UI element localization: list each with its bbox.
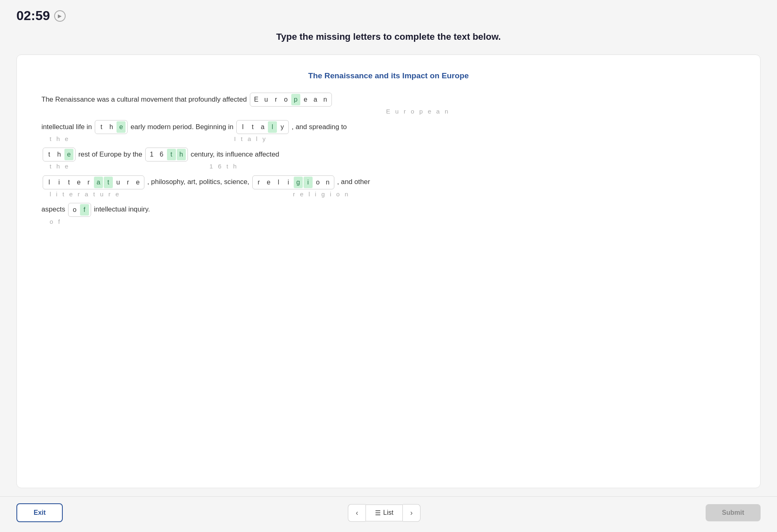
prev-button[interactable]: ‹: [348, 504, 366, 522]
text-segment-2: intellectual life in: [41, 124, 92, 131]
text-segment-5: rest of Europe by the: [78, 151, 142, 158]
hint-the2: t h e: [50, 163, 70, 169]
hint-religion: r e l i g i o n: [293, 191, 350, 197]
instruction-text: Type the missing letters to complete the…: [16, 32, 761, 42]
hint-of: o f: [50, 218, 62, 225]
text-segment-8: , and other: [337, 179, 370, 186]
blank-italy[interactable]: I t a l y: [236, 120, 289, 134]
text-segment-6: century, its influence affected: [191, 151, 279, 158]
next-button[interactable]: ›: [403, 504, 420, 522]
timer-display: 02:59: [16, 8, 50, 23]
blank-the2[interactable]: t h e: [43, 148, 75, 161]
submit-button[interactable]: Submit: [706, 504, 761, 521]
hint-the1: t h e: [50, 136, 70, 142]
blank-of[interactable]: o f: [68, 203, 91, 217]
text-aspects: aspects: [41, 206, 65, 213]
hint-literature: l i t e r a t u r e: [50, 191, 121, 197]
exit-button[interactable]: Exit: [16, 503, 63, 522]
list-label: List: [383, 509, 393, 516]
play-button[interactable]: ▶: [54, 10, 66, 22]
hint-italy: I t a l y: [234, 136, 267, 142]
blank-16th[interactable]: 1 6 t h: [145, 148, 188, 161]
text-segment-9: intellectual inquiry.: [94, 206, 150, 213]
text-segment-3: early modern period. Beginning in: [130, 124, 233, 131]
blank-the1[interactable]: t h e: [95, 120, 128, 134]
hint-european: E u r o p e a n: [386, 108, 450, 114]
list-icon: ☰: [375, 509, 381, 517]
navigation-group: ‹ ☰ List ›: [348, 504, 420, 522]
text-segment-4: , and spreading to: [292, 124, 347, 131]
text-segment-1: The Renaissance was a cultural movement …: [41, 96, 247, 103]
content-card: The Renaissance and its Impact on Europe…: [16, 55, 761, 488]
passage-body: The Renaissance was a cultural movement …: [41, 93, 736, 225]
footer: Exit ‹ ☰ List › Submit: [0, 496, 777, 532]
hint-16th: 1 6 t h: [210, 163, 238, 169]
blank-european[interactable]: E u r o p e a n: [250, 93, 332, 107]
text-segment-7: , philosophy, art, politics, science,: [147, 179, 249, 186]
blank-literature[interactable]: l i t e r a t u r e: [43, 175, 144, 189]
blank-religion[interactable]: r e l i g i o n: [252, 175, 334, 189]
list-button[interactable]: ☰ List: [366, 505, 403, 521]
passage-title: The Renaissance and its Impact on Europe: [41, 71, 736, 80]
